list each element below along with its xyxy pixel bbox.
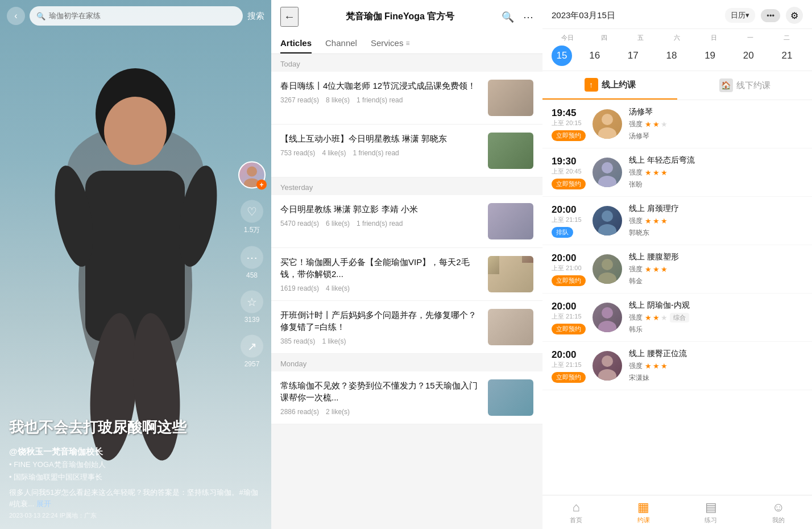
expand-button[interactable]: 展开: [36, 499, 51, 508]
star-2: ★: [653, 217, 660, 225]
queue-badge[interactable]: 排队: [552, 227, 573, 238]
article-item[interactable]: 春日嗨练丨4位大咖老师 12节沉浸式成品课免费领！ 3267 read(s) 8…: [271, 72, 542, 125]
nav-profile[interactable]: ☺ 我的: [745, 500, 813, 524]
nav-practice[interactable]: ▤ 练习: [677, 500, 745, 524]
tab-channel[interactable]: Channel: [325, 34, 357, 53]
date-cell[interactable]: 16: [579, 46, 611, 66]
section-yesterday: Yesterday: [271, 177, 542, 195]
date-today[interactable]: 15: [552, 46, 572, 66]
book-now-badge[interactable]: 立即预约: [552, 130, 586, 141]
favorite-button[interactable]: ☆ 3139: [241, 291, 263, 324]
more-options-icon[interactable]: ⋯: [523, 11, 533, 23]
class-time-block: 20:00 上至 21:15 立即预约: [552, 349, 586, 383]
article-item[interactable]: 常练瑜伽不见效？姿势到位不懂发力？15天瑜伽入门课帮你一次梳... 2886 r…: [271, 371, 542, 424]
post-description: 很多人问我51岁怎么看起来这么年轻呢？我的答案是：坚持练习瑜伽。#瑜伽 #抗衰.…: [9, 487, 262, 509]
tab-articles[interactable]: Articles: [280, 34, 312, 53]
article-content: 今日明星教练 琳潇 郭立影 李靖 小米 5470 read(s) 6 like(…: [280, 203, 481, 228]
class-time-sub: 上至 20:15: [552, 119, 586, 127]
article-thumbnail: [488, 309, 533, 345]
nav-home[interactable]: ⌂ 首页: [542, 500, 610, 524]
book-now-badge[interactable]: 立即预约: [552, 179, 586, 189]
article-meta: 1619 read(s) 4 like(s): [280, 284, 481, 292]
class-item[interactable]: 20:00 上至 21:15 立即预约 线上 腰臀正位流 强度 ★ ★ ★: [542, 342, 812, 390]
date-cell[interactable]: 21: [771, 46, 803, 66]
date-cell[interactable]: 20: [732, 46, 764, 66]
svg-rect-4: [85, 171, 185, 341]
comment-button[interactable]: ⋯ 458: [241, 246, 263, 279]
teacher-name: 汤修琴: [629, 131, 803, 141]
article-meta: 753 read(s) 4 like(s) 1 friend(s) read: [280, 149, 481, 157]
difficulty-stars: ★ ★ ★: [645, 120, 668, 129]
book-now-badge[interactable]: 立即预约: [552, 275, 586, 286]
offline-booking-tab[interactable]: 🏠 线下约课: [677, 71, 812, 100]
date-cell[interactable]: 19: [694, 46, 726, 66]
class-item[interactable]: 20:00 上至 21:00 立即预约 线上 腰腹塑形 强度 ★ ★ ★: [542, 245, 812, 294]
class-info: 线上 阴瑜伽-内观 强度 ★ ★ ★ 综合 韩乐: [629, 300, 803, 334]
search-icon: 🔍: [36, 12, 45, 20]
date-cell[interactable]: 18: [656, 46, 687, 66]
difficulty-stars: ★ ★ ★: [645, 313, 668, 322]
user-detail-2: • 国际瑜伽联盟中国区理事长: [9, 472, 262, 482]
article-item[interactable]: 开班倒计时丨产后妈妈多个问题并存，先修复哪个？修复错了=白练！ 385 read…: [271, 301, 542, 354]
calendar-view-button[interactable]: 日历▾: [725, 8, 755, 23]
friends-read: 1 friend(s) read: [357, 220, 403, 228]
back-button[interactable]: ‹: [7, 7, 25, 25]
reads-count: 5470 read(s): [280, 220, 319, 228]
like-button[interactable]: ♡ 1.5万: [241, 200, 263, 235]
search-icon-center[interactable]: 🔍: [502, 11, 514, 23]
article-title: 春日嗨练丨4位大咖老师 12节沉浸式成品课免费领！: [280, 80, 481, 92]
instructor-avatar: [593, 158, 622, 187]
article-item[interactable]: 今日明星教练 琳潇 郭立影 李靖 小米 5470 read(s) 6 like(…: [271, 195, 542, 248]
search-bar[interactable]: 🔍 瑜伽初学在家练: [30, 6, 243, 26]
teacher-name: 韩乐: [629, 325, 803, 334]
class-badge: 立即预约: [552, 323, 586, 334]
weekday-label: 五: [625, 34, 657, 42]
right-header-icons: 日历▾ ••• ⚙: [725, 7, 803, 24]
article-content: 【线上互动小班】今日明星教练 琳潇 郭晓东 753 read(s) 4 like…: [280, 133, 481, 157]
svg-point-22: [598, 369, 616, 381]
star-2: ★: [653, 362, 660, 370]
search-submit-button[interactable]: 搜索: [247, 11, 264, 22]
more-options-button[interactable]: •••: [761, 9, 780, 22]
offline-icon: 🏠: [719, 78, 733, 92]
article-content: 春日嗨练丨4位大咖老师 12节沉浸式成品课免费领！ 3267 read(s) 8…: [280, 80, 481, 104]
class-item[interactable]: 19:30 上至 20:45 立即预约 线上 年轻态后弯流 强度 ★ ★ ★: [542, 148, 812, 197]
class-item[interactable]: 20:00 上至 21:15 排队 线上 肩颈理疗 强度 ★ ★ ★: [542, 197, 812, 245]
svg-point-21: [602, 356, 613, 367]
center-back-button[interactable]: ←: [280, 7, 299, 27]
class-info: 线上 腰臀正位流 强度 ★ ★ ★ 宋潇妹: [629, 349, 803, 383]
svg-point-9: [247, 167, 257, 177]
nav-booking[interactable]: ▦ 约课: [610, 500, 678, 524]
difficulty-label: 强度: [629, 313, 643, 323]
article-content: 常练瑜伽不见效？姿势到位不懂发力？15天瑜伽入门课帮你一次梳... 2886 r…: [280, 379, 481, 416]
chevron-down-icon: ≡: [405, 39, 409, 47]
class-difficulty: 强度 ★ ★ ★ 综合: [629, 313, 803, 323]
class-item[interactable]: 20:00 上至 21:15 立即预约 线上 阴瑜伽-内观 强度 ★ ★ ★: [542, 294, 812, 342]
date-cell[interactable]: 17: [617, 46, 649, 66]
class-item[interactable]: 19:45 上至 20:15 立即预约 汤修琴 强度 ★ ★ ★: [542, 100, 812, 148]
home-label: 首页: [570, 516, 582, 524]
star-2: ★: [653, 120, 660, 129]
online-booking-tab[interactable]: ↑ 线上约课: [542, 71, 677, 100]
star-2: ★: [653, 168, 660, 177]
article-content: 开班倒计时丨产后妈妈多个问题并存，先修复哪个？修复错了=白练！ 385 read…: [280, 309, 481, 345]
article-item[interactable]: 买它！瑜伽圈人手必备【全能瑜伽VIP】，每天2毛钱，带你解锁2... 1619 …: [271, 248, 542, 301]
star-3: ★: [661, 217, 668, 225]
star-1: ★: [645, 313, 652, 322]
tab-services[interactable]: Services ≡: [371, 34, 410, 53]
share-button[interactable]: ↗ 2957: [241, 335, 263, 368]
booking-label: 约课: [637, 516, 650, 524]
like-count: 1.5万: [244, 225, 260, 235]
center-top-row: ← 梵音瑜伽 FineYoga 官方号 🔍 ⋯: [280, 7, 533, 27]
settings-button[interactable]: ⚙: [786, 7, 803, 24]
article-title: 开班倒计时丨产后妈妈多个问题并存，先修复哪个？修复错了=白练！: [280, 309, 481, 333]
article-thumbnail: [488, 379, 533, 416]
book-now-badge[interactable]: 立即预约: [552, 324, 586, 334]
book-now-badge[interactable]: 立即预约: [552, 372, 586, 383]
article-item[interactable]: 【线上互动小班】今日明星教练 琳潇 郭晓东 753 read(s) 4 like…: [271, 125, 542, 177]
difficulty-stars: ★ ★ ★: [645, 265, 668, 274]
center-header: ← 梵音瑜伽 FineYoga 官方号 🔍 ⋯ Articles Channel…: [271, 0, 542, 54]
teacher-name: 宋潇妹: [629, 373, 803, 383]
heart-icon: ♡: [241, 200, 263, 223]
follow-avatar-button[interactable]: +: [238, 162, 266, 189]
